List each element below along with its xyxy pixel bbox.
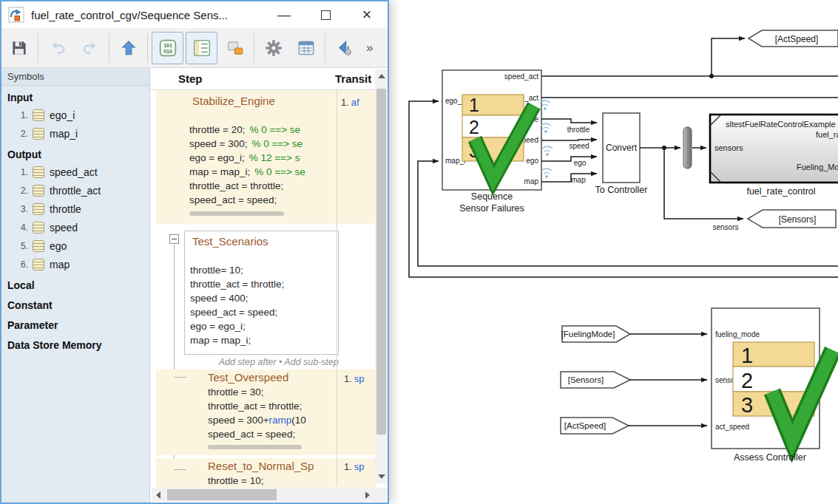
binary-view-toggle[interactable]: 101 010: [152, 32, 183, 64]
scroll-right-button[interactable]: [361, 488, 374, 502]
data-symbol-icon: [33, 222, 44, 234]
add-step-hint[interactable]: Add step after • Add sub-step: [215, 357, 339, 367]
left-arrow-icon: [156, 491, 160, 499]
symbol-item-map[interactable]: 6. map: [1, 255, 149, 273]
close-button[interactable]: ×: [346, 1, 388, 28]
code-line[interactable]: speed_act = speed;: [189, 193, 277, 207]
symbol-name: map_i: [50, 128, 78, 140]
scroll-up-button[interactable]: [375, 69, 388, 83]
redo-button[interactable]: [75, 33, 105, 64]
minus-icon: [172, 239, 177, 240]
substep-indicator-bar: [208, 445, 302, 449]
code-line[interactable]: throttle = 30;: [208, 385, 263, 399]
signal-label: map: [571, 176, 586, 184]
symbol-item-speed_act[interactable]: 1. speed_act: [1, 163, 149, 181]
step-name[interactable]: Reset_to_Normal_Sp: [208, 460, 314, 472]
symbol-item-speed[interactable]: 4. speed: [1, 218, 149, 236]
symbols-list-icon: [192, 38, 212, 58]
code-line[interactable]: throttle_act = throttle;: [208, 399, 302, 413]
test-harness-button[interactable]: [220, 33, 250, 64]
from-tag-text: [FuelingMode]: [561, 330, 615, 338]
port-label: Fueling_Mo: [797, 163, 838, 171]
port-label: sensors: [714, 143, 743, 152]
toolbar-separator: [147, 33, 148, 63]
settings-button[interactable]: [258, 33, 288, 64]
code-line[interactable]: speed = 400;: [190, 291, 248, 305]
code-line[interactable]: throttle = 10;: [208, 474, 263, 488]
maximize-button[interactable]: [305, 1, 346, 28]
go-up-button[interactable]: [113, 33, 143, 64]
code-line[interactable]: map = map_i;: [190, 333, 251, 347]
transition-column-header: Transit: [335, 72, 371, 85]
table-view-button[interactable]: [291, 33, 321, 64]
symbols-section-parameter: Parameter: [1, 313, 149, 333]
ego-signal-line[interactable]: [541, 157, 597, 161]
toolbar-separator: [254, 33, 254, 63]
signal-spec-bar[interactable]: [683, 127, 692, 168]
toolbar-separator: [38, 33, 38, 63]
toolbar-separator: [109, 33, 109, 63]
code-line[interactable]: ego = ego_i;: [190, 319, 246, 333]
throttle-signal-line[interactable]: [541, 119, 597, 123]
signal-label: ego: [574, 159, 587, 167]
port-label: ego: [526, 157, 538, 165]
code-line[interactable]: speed = 300+ramp(10: [208, 413, 306, 427]
symbol-name: throttle_act: [50, 185, 101, 197]
map-signal-line[interactable]: [541, 174, 597, 182]
collapse-toggle[interactable]: [169, 234, 179, 244]
symbols-section-local: Local: [1, 273, 149, 293]
vertical-scrollbar-thumb[interactable]: [376, 89, 386, 435]
close-icon: ×: [362, 5, 372, 24]
scroll-left-button[interactable]: [152, 488, 164, 502]
from-tag-text: [Sensors]: [568, 375, 604, 384]
step-name[interactable]: Stabilize_Engine: [192, 95, 275, 107]
step-name[interactable]: Test_Overspeed: [208, 371, 288, 384]
transition-cell[interactable]: 1.af: [341, 97, 359, 108]
minimize-icon: —: [277, 7, 291, 23]
symbol-name: throttle: [50, 203, 81, 215]
navigate-back-button[interactable]: [329, 33, 359, 64]
code-line[interactable]: speed_act = speed;: [190, 305, 277, 319]
back-arrow-key-icon: [335, 38, 354, 58]
from-tag-text: [ActSpeed]: [564, 421, 606, 430]
transition-cell[interactable]: 1.sp: [344, 461, 365, 472]
code-line[interactable]: map = map_i;% 0 ==> se: [189, 165, 305, 179]
horizontal-scrollbar[interactable]: [152, 488, 374, 502]
horizontal-scrollbar-thumb[interactable]: [167, 489, 277, 500]
scrollbar-corner: [373, 488, 388, 502]
step-name[interactable]: Test_Scenarios: [192, 235, 268, 248]
vertical-scrollbar[interactable]: [375, 69, 388, 483]
symbols-panel-toggle[interactable]: [186, 32, 217, 64]
symbol-item-throttle_act[interactable]: 2. throttle_act: [1, 181, 149, 200]
symbol-item-map_i[interactable]: 2. map_i: [1, 124, 149, 143]
step-row-reset-to-normal[interactable]: Reset_to_Normal_Sp throttle = 10;: [156, 458, 376, 488]
code-line[interactable]: speed = 300;% 0 ==> se: [189, 137, 303, 151]
minimize-button[interactable]: —: [263, 1, 305, 28]
titlebar: fuel_rate_control_cgv/Sequence Sens... —…: [1, 1, 388, 28]
symbol-item-ego[interactable]: 5. ego: [1, 236, 149, 255]
save-button[interactable]: [4, 33, 34, 64]
symbol-name: speed_act: [50, 166, 98, 178]
substep-indicator-bar: [189, 211, 284, 216]
goto-tag-text: [ActSpeed]: [775, 34, 819, 44]
toolbar-overflow-button[interactable]: »: [366, 41, 373, 55]
symbols-header: Symbols: [1, 68, 149, 86]
undo-button[interactable]: [42, 33, 72, 64]
up-arrow-icon: [378, 74, 385, 78]
transition-cell[interactable]: 1.sp: [344, 373, 365, 384]
wifi-icon: [542, 146, 553, 156]
speed-signal-line[interactable]: [541, 140, 597, 140]
symbol-item-ego_i[interactable]: 1. ego_i: [1, 106, 149, 124]
code-line[interactable]: speed_act = speed;: [208, 427, 295, 441]
code-line[interactable]: throttle= 10;: [190, 263, 243, 277]
code-line[interactable]: throttle_act = throttle;: [189, 179, 283, 193]
actspeed-branch-line[interactable]: [712, 38, 745, 76]
redo-icon: [81, 38, 100, 58]
symbol-item-throttle[interactable]: 3. throttle: [1, 200, 149, 218]
goto-tag-text: [Sensors]: [779, 214, 817, 225]
code-line[interactable]: ego = ego_i;% 12 ==> s: [189, 151, 300, 165]
code-line[interactable]: throttle = 20;% 0 ==> se: [189, 123, 300, 137]
svg-text:1: 1: [469, 95, 479, 115]
scroll-down-button[interactable]: [375, 470, 388, 483]
code-line[interactable]: throttle_act = throttle;: [190, 277, 284, 291]
